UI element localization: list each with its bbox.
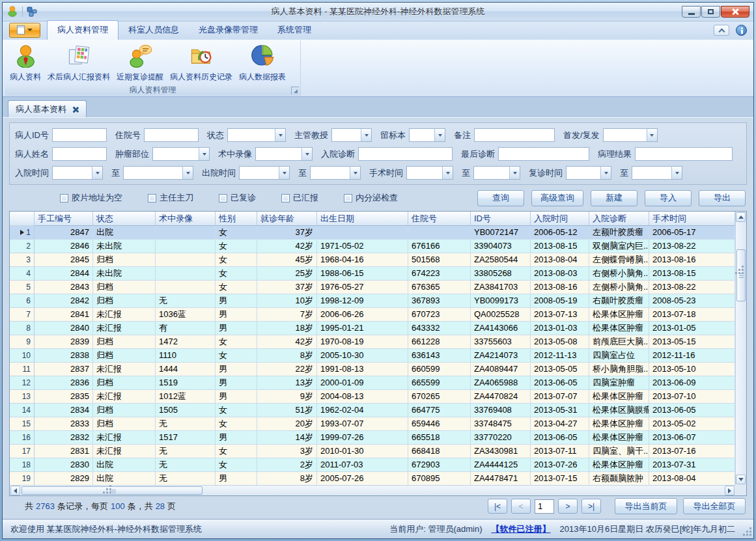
admission-date-to-combo[interactable] — [123, 166, 193, 180]
column-header-gender[interactable]: 性别 — [216, 212, 257, 226]
ribbon-tab-3[interactable]: 光盘录像带管理 — [189, 21, 268, 40]
ribbon-tab-4[interactable]: 系统管理 — [268, 21, 321, 40]
table-row[interactable]: 102838归档1110女8岁2005-10-30636143ZA4214073… — [10, 349, 735, 363]
first-or-relapse-combo[interactable] — [603, 128, 658, 142]
close-button[interactable] — [721, 6, 749, 18]
tumor-site-combo[interactable] — [152, 147, 210, 161]
combo-arrow-icon[interactable] — [275, 129, 285, 141]
combo-arrow-icon[interactable] — [442, 167, 453, 179]
collapse-ribbon-button[interactable] — [714, 25, 729, 36]
scroll-up-button[interactable] — [736, 212, 746, 222]
table-row[interactable]: 152833归档无女20岁1993-07-0765944633748475201… — [10, 417, 735, 431]
surgery-date-from-combo[interactable] — [406, 166, 453, 180]
page-number-input[interactable] — [535, 499, 554, 514]
combo-arrow-icon[interactable] — [199, 148, 209, 160]
horizontal-scrollbar-thumb[interactable] — [21, 486, 203, 495]
table-row[interactable]: 52843归档女37岁1976-05-27676365ZA38417032013… — [10, 281, 735, 294]
next-page-button[interactable]: > — [558, 499, 578, 514]
combo-arrow-icon[interactable] — [434, 129, 445, 141]
column-header-admission-diagnosis[interactable]: 入院诊断 — [589, 212, 649, 226]
table-row[interactable]: 12847出院女37岁YB00721472006-05-12左额叶胶质瘤2006… — [10, 226, 735, 240]
combo-arrow-icon[interactable] — [600, 167, 611, 179]
remarks-field[interactable] — [474, 128, 555, 142]
quick-access-icon[interactable] — [27, 7, 37, 17]
info-button[interactable] — [736, 25, 747, 36]
table-row[interactable]: 62842归档无男10岁1998-12-09367893YB0099173200… — [10, 294, 735, 308]
combo-arrow-icon[interactable] — [301, 148, 312, 160]
admission-diagnosis-field[interactable] — [358, 147, 453, 161]
revisited-checkbox[interactable]: 已复诊 — [219, 192, 256, 204]
license-status-link[interactable]: 【软件已注册】 — [492, 523, 551, 535]
app-menu-button[interactable] — [9, 23, 40, 38]
discharge-date-to-combo[interactable] — [310, 166, 361, 180]
combo-arrow-icon[interactable] — [182, 167, 193, 179]
patient-data-button[interactable]: 病人资料 — [7, 42, 44, 84]
postop-report-button[interactable]: 术后病人汇报资料 — [44, 42, 113, 84]
export-current-page-button[interactable]: 导出当前页 — [615, 498, 677, 514]
specimen-kept-combo[interactable] — [409, 128, 445, 142]
prev-page-button[interactable]: < — [511, 499, 531, 514]
column-header-manual-no[interactable]: 手工编号 — [35, 212, 93, 226]
scroll-down-button[interactable] — [736, 475, 746, 484]
intraop-video-combo[interactable] — [255, 147, 313, 161]
table-row[interactable]: 122836归档1519男13岁2000-01-09665599ZA406598… — [10, 376, 735, 390]
combo-arrow-icon[interactable] — [361, 129, 371, 141]
resize-grip-icon[interactable] — [744, 528, 751, 536]
scroll-left-button[interactable] — [10, 486, 20, 495]
patient-history-button[interactable]: 病人资料历史记录 — [167, 42, 236, 84]
status-combo[interactable] — [227, 128, 286, 142]
patient-report-chart-button[interactable]: 病人数据报表 — [236, 42, 289, 84]
reported-checkbox[interactable]: 已汇报 — [281, 192, 318, 204]
ribbon-tab-1[interactable]: 病人资料管理 — [47, 20, 119, 40]
minimize-button[interactable] — [682, 6, 701, 18]
table-row[interactable]: 72841未汇报1036蓝男7岁2006-06-26670723QA002552… — [10, 308, 735, 322]
horizontal-scrollbar[interactable] — [10, 485, 735, 495]
surgery-date-to-combo[interactable] — [473, 166, 520, 180]
patient-name-field[interactable] — [52, 147, 107, 161]
column-header-status[interactable]: 状态 — [93, 212, 156, 226]
table-row[interactable]: 172831未汇报无女3岁2010-01-30668418ZA343098120… — [10, 445, 735, 458]
admission-no-field[interactable] — [144, 128, 199, 142]
table-row[interactable]: 32845归档女45岁1968-04-16501568ZA25805442013… — [10, 253, 735, 267]
discharge-date-from-combo[interactable] — [239, 166, 290, 180]
column-header-admission-date[interactable]: 入院时间 — [531, 212, 589, 226]
table-row[interactable]: 142834归档1505女51岁1962-02-0466477533769408… — [10, 404, 735, 417]
endocrine-exam-checkbox[interactable]: 内分泌检查 — [344, 192, 398, 204]
create-button[interactable]: 新建 — [591, 190, 637, 206]
table-row[interactable]: 182830出院无女2岁2011-07-03672903ZA4444125201… — [10, 458, 735, 472]
column-header-surgery-date[interactable]: 手术时间 — [649, 212, 735, 226]
admission-date-from-combo[interactable] — [52, 166, 103, 180]
column-header-age-at-visit[interactable]: 就诊年龄 — [257, 212, 317, 226]
patient-id-field[interactable] — [52, 128, 107, 142]
table-row[interactable]: 112837未汇报1444男22岁1991-08-13660599ZA40894… — [10, 363, 735, 376]
table-row[interactable]: 162832未汇报1517男14岁1999-07-266655183377022… — [10, 431, 735, 445]
table-row[interactable]: 42844未出院女25岁1988-06-15674223338052682013… — [10, 267, 735, 281]
film-address-empty-checkbox[interactable]: 胶片地址为空 — [60, 192, 122, 204]
combo-arrow-icon[interactable] — [509, 167, 520, 179]
table-row[interactable]: 22846未出院女42岁1971-05-02676166339040732013… — [10, 240, 735, 253]
vertical-scrollbar-thumb[interactable] — [736, 249, 746, 301]
scroll-right-button[interactable] — [725, 486, 735, 495]
ribbon-tab-2[interactable]: 科室人员信息 — [119, 21, 189, 40]
combo-arrow-icon[interactable] — [671, 167, 682, 179]
tab-close-icon[interactable] — [72, 106, 79, 113]
dialog-launcher-icon[interactable] — [291, 87, 299, 94]
export-button[interactable]: 导出 — [699, 190, 746, 206]
combo-arrow-icon[interactable] — [279, 167, 289, 179]
table-row[interactable]: 92839归档1472女42岁1970-08-19661228337556032… — [10, 335, 735, 349]
column-header-intraop-video[interactable]: 术中录像 — [156, 212, 216, 226]
first-page-button[interactable]: |< — [488, 499, 507, 514]
final-diagnosis-field[interactable] — [498, 147, 589, 161]
revisit-reminder-button[interactable]: 近期复诊提醒 — [113, 42, 167, 84]
table-row[interactable]: 132835未汇报1012蓝男9岁2004-08-13670265ZA44708… — [10, 390, 735, 404]
combo-arrow-icon[interactable] — [350, 167, 360, 179]
tab-patient-basic-data[interactable]: 病人基本资料 — [8, 100, 87, 117]
revisit-date-to-combo[interactable] — [632, 166, 682, 180]
import-button[interactable]: 导入 — [645, 190, 692, 206]
last-page-button[interactable]: >| — [581, 499, 601, 514]
query-button[interactable]: 查询 — [477, 190, 524, 206]
pathology-result-field[interactable] — [635, 147, 733, 161]
column-header-birth-date[interactable]: 出生日期 — [317, 212, 408, 226]
combo-arrow-icon[interactable] — [647, 129, 657, 141]
revisit-date-from-combo[interactable] — [566, 166, 611, 180]
